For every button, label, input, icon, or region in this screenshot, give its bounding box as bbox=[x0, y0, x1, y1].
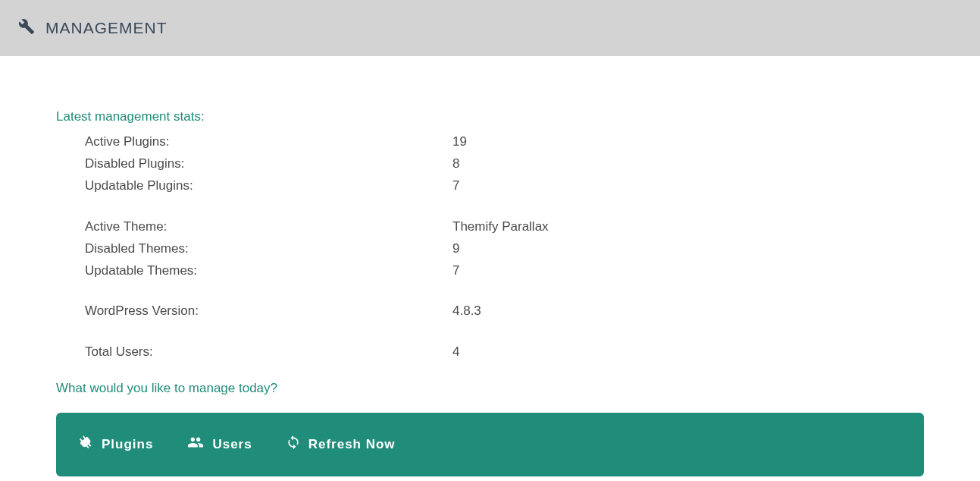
users-button-label: Users bbox=[212, 437, 252, 452]
plug-icon bbox=[77, 434, 94, 454]
action-bar: Plugins Users Refresh Now bbox=[56, 413, 924, 476]
stat-value: 19 bbox=[452, 130, 467, 152]
stat-label: WordPress Version: bbox=[85, 300, 452, 322]
refresh-button[interactable]: Refresh Now bbox=[286, 434, 396, 454]
plugins-button-label: Plugins bbox=[102, 437, 153, 452]
stat-label: Disabled Plugins: bbox=[85, 152, 452, 174]
stat-value: 8 bbox=[452, 152, 459, 174]
users-icon bbox=[186, 434, 205, 454]
wrench-icon bbox=[18, 18, 35, 38]
stat-row: Total Users: 4 bbox=[85, 341, 924, 363]
management-header: MANAGEMENT bbox=[0, 0, 980, 56]
stat-label: Updatable Plugins: bbox=[85, 174, 452, 196]
content-area: Latest management stats: Active Plugins:… bbox=[0, 56, 980, 481]
stat-row: Disabled Plugins: 8 bbox=[85, 152, 924, 174]
stat-value: 4 bbox=[452, 341, 459, 363]
stat-value: 7 bbox=[452, 174, 459, 196]
stat-row: Updatable Plugins: 7 bbox=[85, 174, 924, 196]
stats-group-plugins: Active Plugins: 19 Disabled Plugins: 8 U… bbox=[85, 130, 924, 197]
manage-question: What would you like to manage today? bbox=[56, 381, 924, 396]
stat-value: 7 bbox=[452, 259, 459, 281]
page-title: MANAGEMENT bbox=[45, 19, 168, 37]
stat-label: Total Users: bbox=[85, 341, 452, 363]
stats-section-title: Latest management stats: bbox=[56, 109, 924, 124]
stat-label: Active Theme: bbox=[85, 215, 452, 237]
stat-row: Active Theme: Themify Parallax bbox=[85, 215, 924, 237]
stat-value: 9 bbox=[452, 237, 459, 259]
stats-group-themes: Active Theme: Themify Parallax Disabled … bbox=[85, 215, 924, 282]
stat-label: Active Plugins: bbox=[85, 130, 452, 152]
users-button[interactable]: Users bbox=[186, 434, 252, 454]
stat-row: Active Plugins: 19 bbox=[85, 130, 924, 152]
stats-group-wordpress: WordPress Version: 4.8.3 bbox=[85, 300, 924, 322]
stat-row: WordPress Version: 4.8.3 bbox=[85, 300, 924, 322]
plugins-button[interactable]: Plugins bbox=[77, 434, 153, 454]
stat-row: Updatable Themes: 7 bbox=[85, 259, 924, 281]
refresh-icon bbox=[286, 434, 301, 454]
refresh-button-label: Refresh Now bbox=[308, 437, 396, 452]
stat-label: Disabled Themes: bbox=[85, 237, 452, 259]
stat-value: Themify Parallax bbox=[452, 215, 549, 237]
stat-label: Updatable Themes: bbox=[85, 259, 452, 281]
stats-group-users: Total Users: 4 bbox=[85, 341, 924, 363]
stat-row: Disabled Themes: 9 bbox=[85, 237, 924, 259]
stat-value: 4.8.3 bbox=[452, 300, 481, 322]
